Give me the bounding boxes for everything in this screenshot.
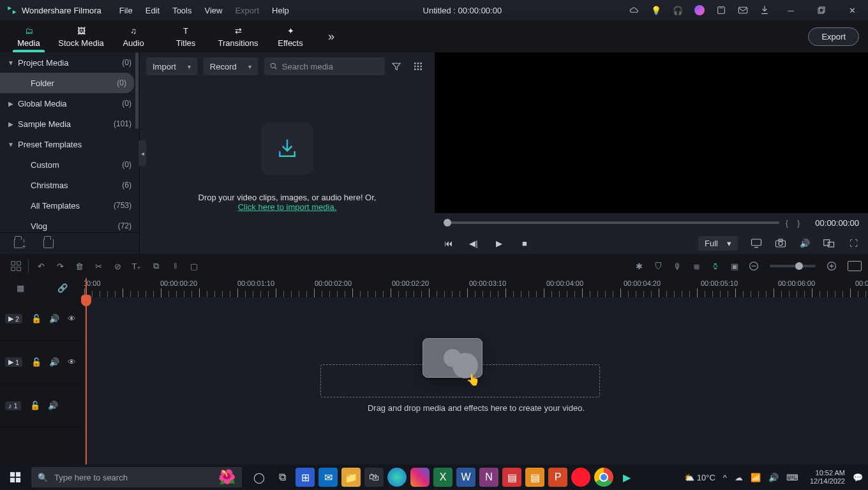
grid-view-icon[interactable] — [413, 61, 428, 71]
tree-row-sample-media[interactable]: ▶ Sample Media (101) — [0, 114, 139, 134]
zoom-in-icon[interactable] — [822, 256, 841, 276]
layout-grid-icon[interactable] — [6, 256, 26, 276]
tree-row-christmas[interactable]: Christmas (6) — [0, 175, 139, 195]
zoom-slider[interactable] — [770, 265, 816, 267]
track-badge[interactable]: ▶2 — [5, 314, 22, 323]
volume-icon[interactable]: 🔊 — [799, 239, 811, 248]
start-button[interactable] — [0, 464, 31, 490]
cloud-icon[interactable] — [629, 5, 640, 15]
tab-stock-media[interactable]: 🖼 Stock Media — [55, 20, 107, 52]
magnet-snap-icon[interactable]: ⧲ — [706, 256, 725, 276]
lock-icon[interactable]: 🔓 — [31, 357, 40, 367]
tray-clock[interactable]: 10:52 AM 12/14/2022 — [810, 469, 845, 486]
auto-ripple-icon[interactable]: ▣ — [725, 256, 744, 276]
save-icon[interactable] — [716, 5, 726, 15]
preview-monitor-icon[interactable] — [751, 238, 762, 248]
multi-view-icon[interactable] — [823, 238, 835, 248]
vol-icon[interactable]: 🔊 — [48, 401, 57, 410]
text-tool-icon[interactable]: T₊ — [127, 256, 146, 276]
track-badge[interactable]: ▶1 — [5, 357, 22, 367]
redo-icon[interactable]: ↷ — [50, 256, 70, 276]
marker-shield-icon[interactable]: ⛉ — [648, 256, 668, 276]
export-button[interactable]: Export — [808, 27, 859, 46]
new-folder-icon[interactable] — [14, 239, 24, 248]
app-icon[interactable]: ▤ — [525, 468, 544, 487]
headset-icon[interactable]: 🎧 — [673, 5, 683, 15]
timeline-ruler[interactable]: 00:0000:00:00:2000:00:01:1000:00:02:0000… — [84, 278, 868, 297]
word-icon[interactable]: W — [456, 468, 475, 487]
undo-icon[interactable]: ↶ — [31, 256, 50, 276]
app-icon[interactable]: ▤ — [502, 468, 521, 487]
edge-icon[interactable] — [387, 468, 407, 487]
speed-icon[interactable]: ⦀ — [165, 256, 184, 276]
step-back-icon[interactable]: ⏮ — [444, 239, 453, 248]
zoom-fit-icon[interactable] — [848, 261, 862, 271]
snapshot-icon[interactable] — [775, 238, 786, 248]
window-maximize-icon[interactable] — [812, 5, 831, 15]
tree-row-preset-templates[interactable]: ▼ Preset Templates — [0, 134, 139, 154]
menu-file[interactable]: File — [113, 3, 139, 18]
mixer-icon[interactable]: ≣ — [687, 256, 706, 276]
volume-tray-icon[interactable]: 🔊 — [768, 473, 779, 482]
record-dropdown[interactable]: Record ▾ — [204, 57, 258, 75]
track-body[interactable]: 👆 Drag and drop media and effects here t… — [84, 297, 868, 464]
color-icon[interactable]: ▢ — [184, 256, 204, 276]
menu-edit[interactable]: Edit — [139, 3, 166, 18]
mark-in-out-braces[interactable]: {} — [786, 218, 809, 228]
filter-icon[interactable] — [391, 61, 407, 71]
tab-media[interactable]: 🗂 Media — [3, 20, 55, 52]
import-media-link[interactable]: Click here to import media. — [238, 202, 337, 212]
vol-icon[interactable]: 🔊 — [49, 314, 58, 323]
onenote-icon[interactable]: N — [479, 468, 498, 487]
cut-scissors-icon[interactable]: ✂ — [89, 256, 108, 276]
tabs-overflow-button[interactable]: » — [320, 30, 342, 43]
window-close-icon[interactable]: ✕ — [842, 5, 862, 15]
tree-row-folder[interactable]: Folder (0) — [0, 73, 134, 93]
seek-bar[interactable] — [444, 221, 779, 224]
menu-export[interactable]: Export — [228, 3, 266, 18]
search-media-input[interactable]: Search media — [264, 57, 385, 75]
tree-row-custom[interactable]: Custom (0) — [0, 154, 139, 175]
voiceover-mic-icon[interactable]: 🎙 — [668, 256, 687, 276]
eye-icon[interactable]: 👁 — [67, 314, 76, 323]
timeline-thumb-icon[interactable]: ▦ — [17, 283, 24, 293]
import-big-icon[interactable] — [261, 122, 313, 175]
disable-icon[interactable]: ⊘ — [108, 256, 127, 276]
wifi-icon[interactable]: 📶 — [751, 473, 761, 482]
folder-icon[interactable] — [43, 239, 54, 248]
store-icon[interactable]: 🛍 — [364, 468, 384, 487]
tree-row-global-media[interactable]: ▶ Global Media (0) — [0, 93, 139, 114]
instagram-icon[interactable] — [410, 468, 430, 487]
onedrive-icon[interactable]: ☁ — [735, 473, 743, 482]
cortana-icon[interactable]: ◯ — [250, 468, 269, 487]
menu-tools[interactable]: Tools — [166, 3, 198, 18]
opera-icon[interactable] — [571, 468, 590, 487]
frame-back-icon[interactable]: ◀| — [469, 239, 478, 248]
timeline-link-icon[interactable]: 🔗 — [57, 283, 68, 293]
vol-icon[interactable]: 🔊 — [49, 357, 58, 367]
chrome-icon[interactable] — [594, 468, 613, 487]
lock-icon[interactable]: 🔓 — [30, 401, 39, 410]
seek-knob[interactable] — [444, 219, 451, 226]
crop-icon[interactable]: ⧉ — [146, 256, 165, 276]
explorer-icon[interactable]: 📁 — [341, 468, 361, 487]
play-icon[interactable]: ▶ — [495, 239, 504, 248]
mail-app-icon[interactable]: ✉ — [318, 468, 338, 487]
preview-quality-dropdown[interactable]: Full ▾ — [698, 236, 738, 251]
filmora-taskbar-icon[interactable]: ▶ — [617, 468, 636, 487]
app-icon[interactable]: ⊞ — [296, 468, 315, 487]
media-drop-area[interactable]: Drop your video clips, images, or audio … — [140, 80, 435, 254]
lightbulb-icon[interactable]: 💡 — [651, 5, 661, 15]
excel-icon[interactable]: X — [433, 468, 453, 487]
notifications-icon[interactable]: 💬 — [853, 473, 863, 482]
lock-icon[interactable]: 🔓 — [31, 314, 40, 323]
zoom-knob[interactable] — [795, 262, 803, 270]
download-icon[interactable] — [760, 5, 770, 15]
zoom-out-icon[interactable] — [744, 256, 763, 276]
tree-row-project-media[interactable]: ▼ Project Media (0) — [0, 52, 139, 73]
collapse-left-panel-icon[interactable]: ◂ — [138, 140, 146, 166]
keyframe-icon[interactable]: ✱ — [629, 256, 648, 276]
playhead[interactable] — [86, 278, 87, 464]
tab-effects[interactable]: ✦ Effects — [264, 20, 317, 52]
profile-orb-icon[interactable] — [694, 5, 705, 15]
